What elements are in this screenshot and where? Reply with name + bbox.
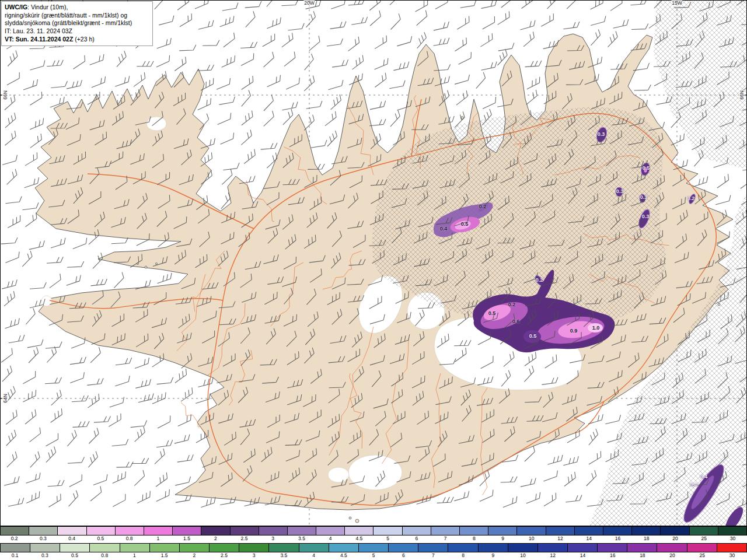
legend-tick-label: 12 xyxy=(546,536,574,542)
title-line-2: rigning/skúrir (grænt/blátt/rautt - mm/1… xyxy=(5,12,149,20)
legend-tick-label: 4 xyxy=(299,552,329,559)
legend-tick-label: 14 xyxy=(575,536,603,542)
legend-tick-label: 18 xyxy=(632,536,661,542)
legend-tick-label: 7 xyxy=(431,536,460,542)
legend-tick-label: 0.3 xyxy=(30,552,60,559)
legend-swatch xyxy=(632,527,661,535)
legend-tick-label: 2.5 xyxy=(230,536,259,542)
precip-value-label: 0.3 xyxy=(598,131,605,137)
legend-swatch xyxy=(239,544,269,552)
legend-tick-label: 14 xyxy=(568,552,598,559)
legend-tick-label: 9 xyxy=(488,536,517,542)
legend-swatch xyxy=(448,544,478,552)
precip-value-label: 0.2 xyxy=(508,302,516,307)
legend-swatch xyxy=(479,544,508,552)
product-id: UWC/IG xyxy=(5,4,27,10)
legend-tick-label: 3 xyxy=(239,552,269,559)
legend-swatch xyxy=(657,544,687,552)
legend-swatch xyxy=(661,527,689,535)
legend-tick-label: 9 xyxy=(478,552,508,559)
precip-legend: 0.20.30.40.50.811.522.533.544.5567891012… xyxy=(0,526,747,560)
legend-swatch xyxy=(374,527,402,535)
precip-value-label: 0.3 xyxy=(640,194,648,200)
precip-value-label: 0.5 xyxy=(643,165,650,171)
legend-tick-label: 16 xyxy=(603,536,632,542)
legend-tick-label: 2.5 xyxy=(209,552,239,559)
legend-tick-label: 2 xyxy=(201,536,230,542)
precip-value-label: 0.6 xyxy=(512,318,520,324)
legend-tick-label: 8 xyxy=(448,552,478,559)
precip-value-label: 0.2 xyxy=(687,195,695,201)
iceland-weather-map xyxy=(0,0,747,526)
legend-tick-label: 30 xyxy=(717,552,747,559)
legend-swatch xyxy=(627,544,657,552)
legend-tick-label: 1.5 xyxy=(149,552,179,559)
legend-tick-label: 16 xyxy=(598,552,627,559)
legend-tick-label: 0.2 xyxy=(0,536,29,542)
precip-value-label: 0.2 xyxy=(536,277,543,283)
legend-swatch xyxy=(173,527,201,535)
legend-tick-label: 3 xyxy=(259,536,287,542)
lon-label: 15W xyxy=(671,0,682,6)
legend-swatch xyxy=(687,544,717,552)
legend-swatch xyxy=(403,527,431,535)
weather-chart-page: 20W15W66N64N66N 0.30.50.30.30.20.30.20.5… xyxy=(0,0,747,560)
legend-swatch xyxy=(389,544,418,552)
legend-swatch xyxy=(603,527,632,535)
legend-swatch xyxy=(568,544,598,552)
legend-row-rain-scale: 0.10.30.50.811.522.533.544.5567891012141… xyxy=(0,543,747,560)
legend-swatch xyxy=(29,527,58,535)
legend-tick-label: 0.1 xyxy=(0,552,30,559)
legend-tick-label: 5 xyxy=(358,552,388,559)
precip-value-label: 0.4 xyxy=(700,474,708,480)
legend-swatch xyxy=(288,527,316,535)
glacier-myrdalsjokull xyxy=(348,455,402,490)
precip-value-label: 0.5 xyxy=(488,310,496,316)
legend-swatch xyxy=(87,527,116,535)
legend-swatch xyxy=(90,544,120,552)
valid-time: VT: Sun. 24.11.2024 02Z (+23 h) xyxy=(5,36,149,44)
legend-tick-label: 3.5 xyxy=(269,552,299,559)
title-line-3: slydda/snjókoma (grátt/bleikt/grænt - mm… xyxy=(5,19,149,27)
legend-tick-label: 20 xyxy=(657,552,687,559)
legend-tick-label: 3.5 xyxy=(287,536,316,542)
legend-swatch xyxy=(359,544,389,552)
legend-tick-label: 7 xyxy=(418,552,448,559)
legend-swatch xyxy=(575,527,603,535)
legend-swatch xyxy=(345,527,374,535)
legend-swatch xyxy=(717,544,746,552)
legend-swatch xyxy=(1,527,29,535)
precip-value-label: 0.2 xyxy=(479,204,487,209)
legend-swatch xyxy=(58,527,86,535)
glacier-eyjafjallajokull xyxy=(328,467,349,482)
legend-swatch xyxy=(180,544,210,552)
legend-swatch xyxy=(259,527,288,535)
legend-tick-label: 4.5 xyxy=(329,552,358,559)
legend-swatch xyxy=(460,527,488,535)
precip-value-label: 1.0 xyxy=(592,325,600,331)
legend-tick-label: 10 xyxy=(517,536,546,542)
legend-tick-label: 1 xyxy=(120,552,149,559)
legend-swatch xyxy=(329,544,359,552)
legend-swatch xyxy=(316,527,345,535)
lat-label: 66N xyxy=(2,90,8,100)
precip-value-label: 0.9 xyxy=(570,328,578,334)
legend-tick-label: 6 xyxy=(402,536,431,542)
legend-swatch xyxy=(508,544,538,552)
chart-title-box: UWC/IG: Vindur (10m), rigning/skúrir (gr… xyxy=(1,1,153,46)
legend-swatch xyxy=(231,527,259,535)
precip-value-label: 0.5 xyxy=(529,333,537,339)
legend-swatch xyxy=(269,544,299,552)
legend-row-sleet-snow-scale: 0.20.30.40.50.811.522.533.544.5567891012… xyxy=(0,526,747,543)
legend-tick-label: 20 xyxy=(661,536,689,542)
legend-tick-label: 0.5 xyxy=(60,552,89,559)
legend-swatch xyxy=(150,544,180,552)
lat-label: 64N xyxy=(2,393,8,404)
legend-tick-label: 1.5 xyxy=(172,536,201,542)
precip-value-label: 0.3 xyxy=(616,188,624,194)
legend-swatch xyxy=(418,544,448,552)
legend-swatch xyxy=(120,544,150,552)
legend-tick-label: 25 xyxy=(690,536,718,542)
legend-tick-label: 25 xyxy=(687,552,717,559)
init-time: IT: Lau. 23. 11. 2024 03Z xyxy=(5,27,149,36)
